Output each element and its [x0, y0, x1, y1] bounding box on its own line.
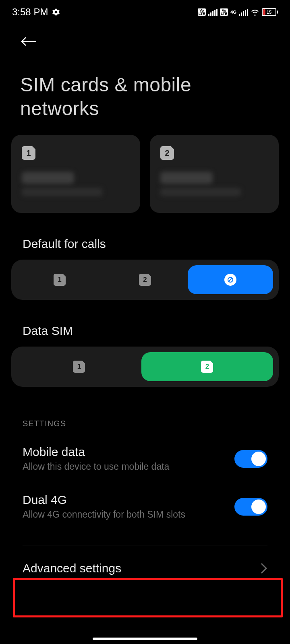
mobile-data-desc: Allow this device to use mobile data — [23, 461, 169, 472]
data-sim-selector: 1 2 — [11, 347, 279, 387]
mobile-data-title: Mobile data — [23, 445, 169, 459]
settings-status-icon — [52, 8, 60, 16]
signal-bars-1 — [208, 8, 218, 16]
sim-slot-number-1: 1 — [26, 149, 31, 158]
sim-1-number-redacted — [22, 188, 102, 196]
back-icon[interactable] — [20, 35, 37, 47]
default-calls-selector: 1 2 — [11, 260, 279, 300]
sim-icon: 2 — [139, 274, 151, 286]
settings-section-header: SETTINGS — [0, 387, 290, 436]
sim-chip-icon-1: 1 — [22, 146, 35, 160]
advanced-settings-row[interactable]: Advanced settings — [0, 545, 290, 592]
status-time: 3:58 PM — [12, 6, 48, 18]
mobile-data-row[interactable]: Mobile data Allow this device to use mob… — [0, 436, 290, 483]
data-sim-sim1[interactable]: 1 — [17, 352, 141, 381]
svg-line-1 — [229, 278, 232, 281]
advanced-settings-title: Advanced settings — [23, 561, 121, 575]
default-calls-label: Default for calls — [0, 213, 290, 260]
default-calls-sim2[interactable]: 2 — [102, 265, 188, 294]
chevron-right-icon — [260, 562, 267, 574]
data-sim-label: Data SIM — [0, 300, 290, 347]
sim-2-number-redacted — [160, 188, 241, 196]
dual-4g-desc: Allow 4G connectivity for both SIM slots — [23, 509, 185, 520]
status-right-icons: VoLTE VoLTE 4G 15 — [198, 8, 278, 17]
default-calls-sim1[interactable]: 1 — [17, 265, 102, 294]
signal-bars-2 — [239, 8, 248, 16]
dual-4g-title: Dual 4G — [23, 493, 185, 507]
sim-icon: 1 — [54, 274, 66, 286]
sim-2-name-redacted — [160, 172, 213, 184]
sim-1-name-redacted — [22, 172, 74, 184]
data-sim-sim2[interactable]: 2 — [141, 352, 273, 381]
signal-4g-label: 4G — [230, 10, 236, 14]
wifi-icon — [251, 8, 259, 17]
default-calls-none[interactable] — [188, 265, 273, 294]
sim-card-2[interactable]: 2 — [150, 135, 279, 213]
home-indicator[interactable] — [93, 638, 197, 640]
page-title: SIM cards & mobile networks — [0, 57, 290, 135]
status-bar: 3:58 PM VoLTE VoLTE 4G 15 — [0, 0, 290, 24]
sim-icon: 1 — [73, 361, 85, 373]
sim-card-1[interactable]: 1 — [11, 135, 140, 213]
sim-icon: 2 — [201, 361, 213, 373]
volte-icon-2: VoLTE — [220, 8, 228, 16]
battery-percent: 15 — [263, 9, 276, 15]
dual-4g-row[interactable]: Dual 4G Allow 4G connectivity for both S… — [0, 483, 290, 531]
no-default-icon — [224, 274, 236, 286]
volte-icon-1: VoLTE — [198, 8, 206, 16]
sim-chip-icon-2: 2 — [160, 146, 174, 160]
sim-slot-number-2: 2 — [165, 149, 169, 158]
mobile-data-toggle[interactable] — [234, 450, 267, 468]
dual-4g-toggle[interactable] — [234, 498, 267, 516]
battery-indicator: 15 — [262, 8, 278, 16]
